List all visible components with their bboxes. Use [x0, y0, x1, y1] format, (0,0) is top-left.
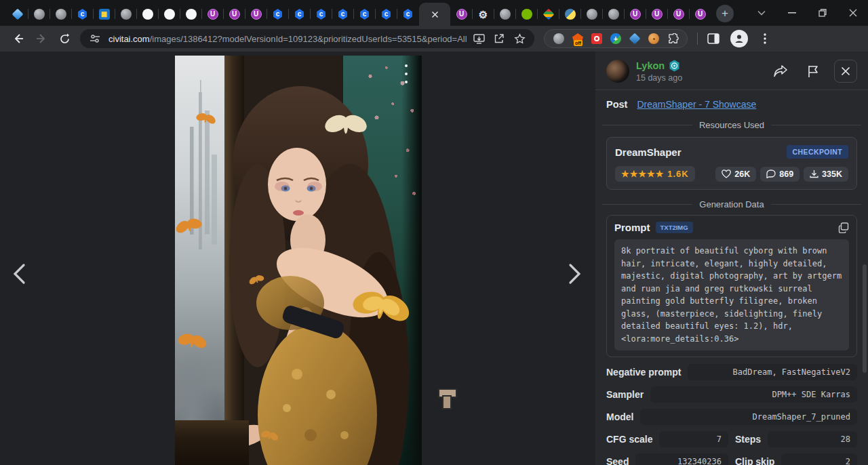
restore-button[interactable]: [807, 0, 837, 26]
pinned-tab-civitai[interactable]: c: [289, 3, 310, 26]
install-app-icon[interactable]: [471, 31, 487, 47]
share-page-icon[interactable]: [491, 31, 507, 47]
comment-icon: [766, 169, 776, 178]
active-tab[interactable]: [419, 3, 450, 26]
rating-pill[interactable]: ★★★★★ 1.6K: [615, 166, 695, 182]
browser-menu-kebab-icon[interactable]: [755, 29, 774, 48]
username-link[interactable]: Lykon: [636, 60, 665, 71]
page-content: Lykon 15 days ago: [0, 52, 868, 465]
cfg-scale-value[interactable]: 7: [659, 431, 728, 447]
pinned-tab-globe[interactable]: [581, 3, 602, 26]
uploader-favicon: U: [652, 9, 663, 20]
bookmark-star-icon[interactable]: [511, 31, 528, 47]
pinned-tab-nvidia[interactable]: [516, 3, 537, 26]
civitai-favicon: c: [382, 9, 391, 20]
pinned-tab-uploader[interactable]: U: [646, 3, 667, 26]
recorder-icon[interactable]: [591, 33, 603, 45]
side-panel-button[interactable]: [704, 29, 723, 48]
post-row: Post DreamShaper - 7 Showcase: [595, 90, 868, 119]
globe-extension-icon[interactable]: [553, 33, 565, 45]
civitai-favicon: c: [403, 9, 413, 20]
heart-icon: [722, 169, 731, 178]
pinned-tab-github[interactable]: [159, 3, 180, 26]
pinned-tab-globe[interactable]: [115, 3, 136, 26]
pinned-tab-civitai[interactable]: c: [267, 3, 288, 26]
shields-off-icon[interactable]: off: [572, 33, 584, 45]
pinned-tab-uploader[interactable]: U: [224, 3, 245, 26]
cookie-manager-icon[interactable]: [648, 33, 660, 45]
pinned-tab-globe[interactable]: [50, 3, 71, 26]
pinned-tab-python[interactable]: [559, 3, 580, 26]
pinned-tab-gear[interactable]: ⚙: [473, 3, 494, 26]
puzzle-extensions-icon[interactable]: [667, 33, 679, 45]
pinned-tab-civitai[interactable]: c: [311, 3, 332, 26]
reload-button[interactable]: [55, 29, 74, 48]
star-icon: ★: [630, 169, 639, 179]
new-tab-button[interactable]: +: [716, 5, 734, 22]
generated-image[interactable]: [175, 56, 422, 465]
pinned-tab-uploader[interactable]: U: [625, 3, 646, 26]
pinned-tab-package[interactable]: ▦: [94, 3, 115, 26]
model-value[interactable]: DreamShaper_7_pruned: [640, 409, 857, 425]
sampler-value[interactable]: DPM++ SDE Karras: [650, 386, 857, 403]
previous-image-button[interactable]: [5, 260, 33, 287]
likes-count: 26K: [734, 169, 750, 179]
post-link[interactable]: DreamShaper - 7 Showcase: [637, 99, 756, 110]
site-info-icon[interactable]: [87, 31, 103, 47]
next-image-button[interactable]: [561, 260, 589, 287]
pinned-tab-civitai[interactable]: c: [376, 3, 397, 26]
pinned-tab-github[interactable]: [180, 3, 201, 26]
seed-value[interactable]: 132340236: [635, 453, 728, 465]
minimize-button[interactable]: [776, 0, 807, 26]
resource-card[interactable]: DreamShaper CHECKPOINT ★★★★★ 1.6K 26K: [606, 137, 857, 190]
likes-pill[interactable]: 26K: [715, 167, 756, 182]
user-avatar[interactable]: [606, 60, 629, 83]
share-button[interactable]: [769, 60, 792, 83]
tab-close-icon[interactable]: [431, 11, 439, 18]
steps-value[interactable]: 28: [768, 431, 857, 447]
pinned-tab-globe[interactable]: [494, 3, 515, 26]
pinned-tab-globe[interactable]: [28, 3, 50, 26]
colorsquare-favicon: [542, 9, 554, 20]
resource-name[interactable]: DreamShaper: [615, 146, 682, 158]
forward-button[interactable]: [32, 29, 51, 48]
negative-prompt-value[interactable]: BadDream, FastNegativeV2: [688, 364, 857, 380]
browse-plus-icon[interactable]: +: [610, 33, 622, 45]
image-options-menu[interactable]: [400, 62, 412, 85]
back-button[interactable]: [9, 29, 28, 48]
profile-avatar-button[interactable]: [730, 30, 748, 47]
pinned-tab-civitai[interactable]: c: [354, 3, 375, 26]
address-bar[interactable]: civitai.com/images/1386412?modelVersionI…: [80, 29, 534, 48]
pinned-extensions: off+: [544, 29, 688, 48]
uploader-favicon: U: [630, 9, 641, 20]
copy-generation-data-icon[interactable]: [838, 222, 849, 233]
report-flag-button[interactable]: [802, 60, 825, 83]
pinned-tab-gem[interactable]: [7, 3, 28, 26]
pinned-tab-civitai[interactable]: c: [332, 3, 353, 26]
pinned-tab-globe[interactable]: [603, 3, 624, 26]
steps-label: Steps: [735, 434, 761, 445]
downloads-pill[interactable]: 335K: [804, 167, 848, 182]
pinned-tab-github[interactable]: [137, 3, 158, 26]
uploader-favicon: U: [673, 9, 684, 20]
txt2img-badge: TXT2IMG: [656, 222, 693, 233]
pinned-tab-uploader[interactable]: U: [690, 3, 711, 26]
pinned-tab-uploader[interactable]: U: [451, 3, 472, 26]
url-text[interactable]: civitai.com/images/1386412?modelVersionI…: [108, 34, 467, 44]
close-window-button[interactable]: [837, 0, 868, 26]
sidebar-scrollbar[interactable]: [863, 264, 867, 373]
window-controls: [746, 0, 868, 26]
pinned-tab-civitai[interactable]: c: [397, 3, 418, 26]
pinned-tab-uploader[interactable]: U: [245, 3, 267, 26]
url-host: civitai.com: [108, 34, 150, 44]
tab-search-chevron-icon[interactable]: [746, 0, 776, 26]
close-sidebar-button[interactable]: [834, 60, 857, 83]
pinned-tab-uploader[interactable]: U: [668, 3, 689, 26]
clip-skip-value[interactable]: 2: [781, 453, 857, 465]
pinned-tab-uploader[interactable]: U: [202, 3, 223, 26]
pinned-tab-civitai[interactable]: c: [72, 3, 93, 26]
prompt-text[interactable]: 8k portrait of beautiful cyborg with bro…: [614, 239, 849, 350]
sapphire-icon[interactable]: [629, 33, 641, 45]
pinned-tab-colorsquare[interactable]: [538, 3, 559, 26]
comments-pill[interactable]: 869: [760, 167, 800, 182]
